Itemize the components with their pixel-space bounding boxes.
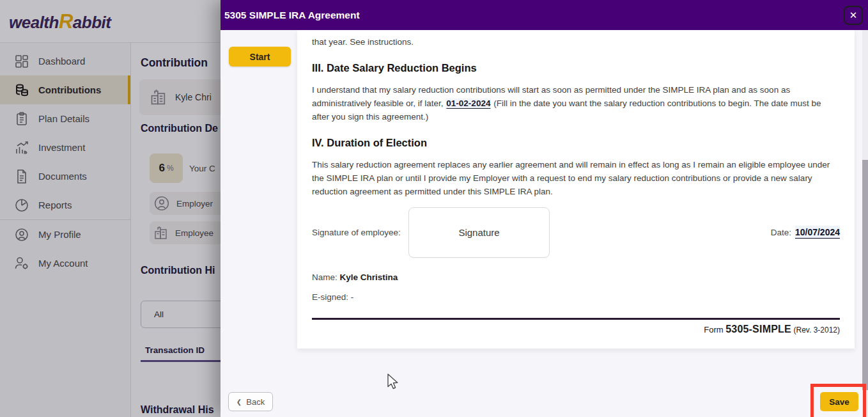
section-3-paragraph: I understand that my salary reduction co…: [312, 83, 840, 123]
save-button[interactable]: Save: [820, 392, 858, 411]
simple-ira-agreement-modal: 5305 SIMPLE IRA Agreement ✕ Start that y…: [221, 0, 868, 417]
back-button[interactable]: ❮ Back: [228, 392, 273, 411]
esigned-line: E-signed: -: [312, 290, 840, 304]
section-4-heading: IV. Duration of Election: [312, 136, 840, 149]
modal-title: 5305 SIMPLE IRA Agreement: [224, 10, 360, 21]
esigned-label: E-signed:: [312, 292, 348, 302]
esigned-value: -: [351, 292, 354, 302]
name-line: Name: Kyle Christina: [312, 271, 840, 284]
date-value[interactable]: 10/07/2024: [795, 226, 840, 239]
salary-reduction-start-date[interactable]: 01-02-2024: [446, 98, 491, 108]
modal-header: 5305 SIMPLE IRA Agreement ✕: [221, 0, 868, 30]
date-label: Date:: [771, 226, 791, 239]
signature-row: Signature of employee: Signature Date: 1…: [312, 207, 840, 258]
start-button[interactable]: Start: [229, 47, 291, 67]
form-footer-rule: [312, 318, 840, 320]
name-label: Name:: [312, 272, 337, 282]
screen: wealthRabbit Dashboard Contributions Pla…: [0, 0, 868, 417]
modal-scrollbar-thumb[interactable]: [862, 160, 868, 390]
signature-of-employee-label: Signature of employee:: [312, 226, 408, 239]
form-revision: (Rev. 3-2012): [794, 326, 840, 334]
modal-body: Start that year. See instructions. III. …: [221, 30, 868, 417]
close-icon[interactable]: ✕: [844, 6, 863, 25]
name-value: Kyle Christina: [340, 272, 398, 282]
section-4-paragraph: This salary reduction agreement replaces…: [312, 158, 840, 198]
doc-intro-text: that year. See instructions.: [312, 30, 840, 49]
agreement-document: that year. See instructions. III. Date S…: [297, 30, 855, 349]
date-field: Date: 10/07/2024: [771, 226, 840, 239]
form-number: 5305-SIMPLE: [725, 324, 791, 334]
signature-placeholder: Signature: [458, 226, 499, 239]
form-prefix: Form: [704, 325, 723, 334]
back-button-label: Back: [246, 397, 265, 407]
form-footer: Form 5305-SIMPLE (Rev. 3-2012): [312, 322, 840, 337]
section-3-heading: III. Date Salary Reduction Begins: [312, 61, 840, 74]
chevron-left-icon: ❮: [236, 398, 242, 405]
signature-box[interactable]: Signature: [408, 207, 550, 258]
modal-scrollbar-track[interactable]: [862, 30, 868, 417]
